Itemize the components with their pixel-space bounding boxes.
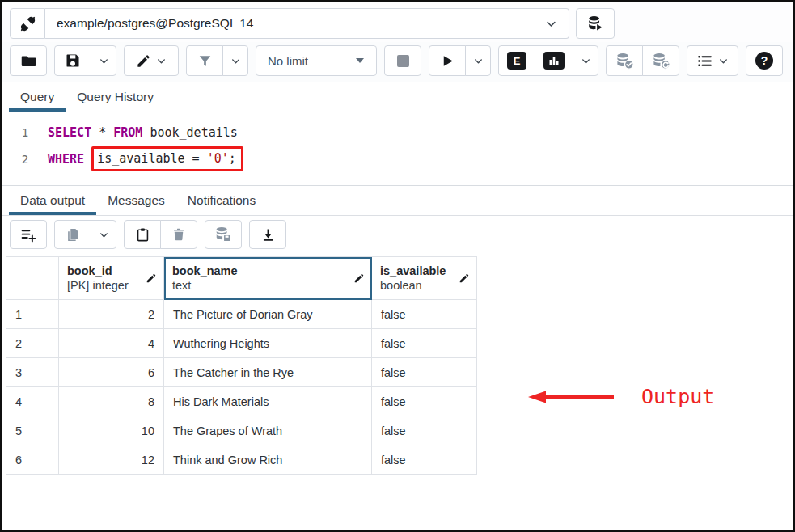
row-limit-select[interactable]: No limit: [256, 45, 377, 76]
cell-is-available[interactable]: false: [372, 445, 477, 475]
new-connection-button[interactable]: [576, 8, 615, 39]
save-file-button[interactable]: [54, 45, 91, 76]
column-header-book-name[interactable]: book_name text: [164, 257, 372, 300]
explain-options-button[interactable]: [573, 45, 598, 76]
question-mark-icon: ?: [755, 52, 773, 70]
tab-query-history[interactable]: Query History: [66, 82, 165, 112]
macros-button[interactable]: [687, 45, 738, 76]
cell-is-available[interactable]: false: [372, 358, 477, 387]
sql-token: ;: [229, 151, 236, 166]
select-all-header[interactable]: [6, 257, 59, 300]
database-commit-icon: [615, 52, 635, 70]
cell-book-id[interactable]: 10: [59, 416, 164, 445]
cell-book-name[interactable]: Wuthering Heights: [164, 329, 372, 358]
commit-button[interactable]: [606, 45, 643, 76]
connection-dropdown[interactable]: example/postgres@PostgreSQL 14: [45, 8, 569, 39]
table-row: 4 8 His Dark Materials false: [6, 387, 477, 416]
play-icon: [440, 53, 455, 69]
edit-pencil-icon: [146, 272, 157, 284]
download-csv-button[interactable]: [249, 220, 286, 249]
cell-is-available[interactable]: false: [372, 329, 477, 358]
cell-book-name[interactable]: The Picture of Dorian Gray: [164, 300, 372, 329]
connection-status-button[interactable]: [10, 8, 45, 39]
chevron-down-icon: [99, 56, 109, 66]
stop-icon: [397, 55, 409, 67]
column-type: text: [172, 278, 238, 293]
execute-options-button[interactable]: [465, 45, 491, 76]
query-tabbar: Query Query History: [2, 82, 793, 112]
save-options-button[interactable]: [91, 45, 116, 76]
cell-book-name[interactable]: The Grapes of Wrath: [164, 416, 372, 445]
sql-keyword: WHERE: [48, 152, 91, 167]
row-number-cell[interactable]: 4: [6, 387, 59, 416]
filter-options-button[interactable]: [222, 45, 248, 76]
add-row-icon: [20, 226, 37, 243]
database-play-icon: [586, 15, 604, 32]
cell-book-id[interactable]: 8: [59, 387, 164, 416]
explain-button[interactable]: E: [498, 45, 535, 76]
sql-token: is_available =: [97, 151, 206, 166]
copy-button[interactable]: [54, 220, 91, 249]
add-row-button[interactable]: [10, 220, 47, 249]
tab-data-output[interactable]: Data output: [9, 186, 96, 215]
cell-book-id[interactable]: 4: [59, 329, 164, 358]
connection-label: example/postgres@PostgreSQL 14: [57, 16, 253, 31]
tab-notifications[interactable]: Notifications: [176, 186, 267, 215]
bar-chart-icon: [543, 52, 565, 70]
row-number-cell[interactable]: 1: [6, 300, 59, 329]
column-header-book-id[interactable]: book_id [PK] integer: [59, 257, 164, 300]
output-annotation: Output: [528, 385, 714, 408]
chevron-down-icon: [230, 56, 241, 66]
cell-is-available[interactable]: false: [372, 416, 477, 445]
row-number-cell[interactable]: 2: [6, 329, 59, 358]
database-rollback-icon: [651, 52, 671, 70]
cell-is-available[interactable]: false: [372, 300, 477, 329]
download-icon: [260, 227, 276, 243]
red-highlight-box: is_available = '0';: [91, 146, 243, 171]
sql-string: '0': [207, 151, 229, 166]
column-name: is_available: [380, 264, 446, 278]
column-header-is-available[interactable]: is_available boolean: [372, 257, 477, 300]
line-number: 2: [2, 146, 48, 173]
paste-button[interactable]: [124, 220, 161, 249]
filter-funnel-icon: [197, 53, 213, 69]
open-file-button[interactable]: [10, 45, 47, 76]
cell-book-name[interactable]: His Dark Materials: [164, 387, 372, 416]
copy-options-button[interactable]: [91, 220, 116, 249]
save-data-changes-button[interactable]: [205, 220, 242, 249]
chevron-down-icon: [545, 18, 557, 30]
column-type: boolean: [380, 278, 446, 293]
chevron-down-icon: [581, 56, 591, 66]
table-row: 3 6 The Catcher in the Rye false: [6, 358, 477, 387]
pgadmin-query-tool-window: example/postgres@PostgreSQL 14: [0, 0, 795, 532]
query-toolbar: No limit E: [2, 42, 793, 82]
plug-connector-icon: [19, 15, 37, 33]
cell-book-id[interactable]: 6: [59, 358, 164, 387]
rollback-button[interactable]: [642, 45, 679, 76]
cell-book-name[interactable]: The Catcher in the Rye: [164, 358, 372, 387]
row-number-cell[interactable]: 5: [6, 416, 59, 445]
chevron-down-icon: [99, 230, 109, 240]
edit-menu-button[interactable]: [124, 45, 179, 76]
execute-button[interactable]: [429, 45, 466, 76]
paste-clipboard-icon: [135, 227, 150, 243]
cell-book-id[interactable]: 12: [59, 445, 164, 475]
folder-icon: [20, 53, 37, 70]
tab-messages[interactable]: Messages: [96, 186, 176, 215]
explain-analyze-button[interactable]: [535, 45, 573, 76]
annotation-label: Output: [641, 385, 714, 408]
delete-row-button[interactable]: [160, 220, 197, 249]
numbered-list-icon: [696, 53, 713, 70]
cell-book-name[interactable]: Think and Grow Rich: [164, 445, 372, 475]
table-row: 2 4 Wuthering Heights false: [6, 329, 477, 358]
tab-query[interactable]: Query: [9, 82, 66, 112]
filter-button[interactable]: [186, 45, 223, 76]
row-number-cell[interactable]: 6: [6, 445, 59, 475]
stop-button[interactable]: [384, 45, 421, 76]
cell-book-id[interactable]: 2: [59, 300, 164, 329]
help-button[interactable]: ?: [746, 45, 783, 76]
sql-editor[interactable]: 1 2 SELECT * FROM book_details WHERE is_…: [2, 112, 793, 184]
row-number-cell[interactable]: 3: [6, 358, 59, 387]
cell-is-available[interactable]: false: [372, 387, 477, 416]
results-grid: book_id [PK] integer book_name text: [6, 256, 477, 475]
